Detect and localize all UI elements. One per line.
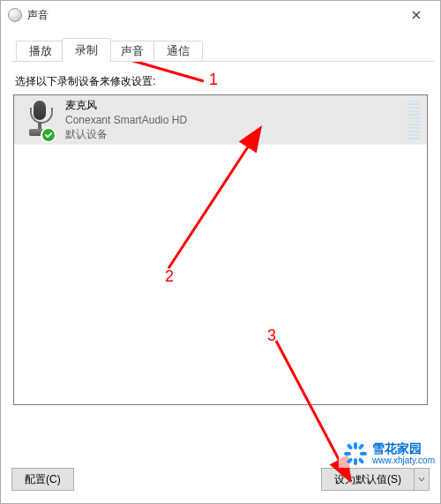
close-icon <box>412 11 421 19</box>
window-title: 声音 <box>27 8 49 23</box>
microphone-icon <box>21 99 56 141</box>
watermark-name: 雪花家园 <box>372 442 435 455</box>
svg-rect-7 <box>347 443 354 450</box>
watermark: 雪花家园 www.xhjaty.com <box>339 440 440 468</box>
sound-icon <box>8 8 22 22</box>
device-text: 麦克风 Conexant SmartAudio HD 默认设备 <box>65 98 402 142</box>
device-name: 麦克风 <box>65 98 402 113</box>
instruction-text: 选择以下录制设备来修改设置: <box>15 74 430 89</box>
sound-dialog: 声音 播放 录制 声音 通信 选择以下录制设备来修改设置: <box>0 0 441 504</box>
tab-recording[interactable]: 录制 <box>62 38 111 62</box>
client-area: 播放 录制 声音 通信 选择以下录制设备来修改设置: 麦克风 Conexant … <box>1 29 440 449</box>
device-item-microphone[interactable]: 麦克风 Conexant SmartAudio HD 默认设备 <box>14 95 427 145</box>
svg-rect-9 <box>347 457 354 464</box>
set-default-split: 设为默认值(S) <box>321 468 430 491</box>
tab-communications[interactable]: 通信 <box>153 41 203 62</box>
dialog-footer: 配置(C) 设为默认值(S) <box>11 468 430 491</box>
watermark-icon <box>344 442 367 465</box>
set-default-button[interactable]: 设为默认值(S) <box>321 468 414 491</box>
default-check-icon <box>41 127 56 143</box>
level-meter <box>407 101 420 139</box>
svg-rect-6 <box>360 452 367 455</box>
svg-rect-10 <box>358 457 365 464</box>
titlebar: 声音 <box>1 1 440 29</box>
device-status: 默认设备 <box>65 127 402 142</box>
device-driver: Conexant SmartAudio HD <box>65 114 402 126</box>
watermark-text: 雪花家园 www.xhjaty.com <box>372 442 435 465</box>
tab-sounds[interactable]: 声音 <box>108 41 157 62</box>
close-button[interactable] <box>396 2 437 28</box>
watermark-url: www.xhjaty.com <box>372 455 435 465</box>
title-left: 声音 <box>8 8 49 23</box>
svg-rect-3 <box>354 442 357 449</box>
svg-rect-4 <box>354 458 357 465</box>
set-default-dropdown[interactable] <box>414 468 430 491</box>
configure-button[interactable]: 配置(C) <box>11 468 74 491</box>
device-list[interactable]: 麦克风 Conexant SmartAudio HD 默认设备 <box>13 94 428 405</box>
tab-playback[interactable]: 播放 <box>16 41 65 62</box>
svg-rect-5 <box>344 452 351 455</box>
tab-strip: 播放 录制 声音 通信 <box>16 38 430 62</box>
svg-rect-8 <box>358 443 365 450</box>
chevron-down-icon <box>418 476 425 483</box>
